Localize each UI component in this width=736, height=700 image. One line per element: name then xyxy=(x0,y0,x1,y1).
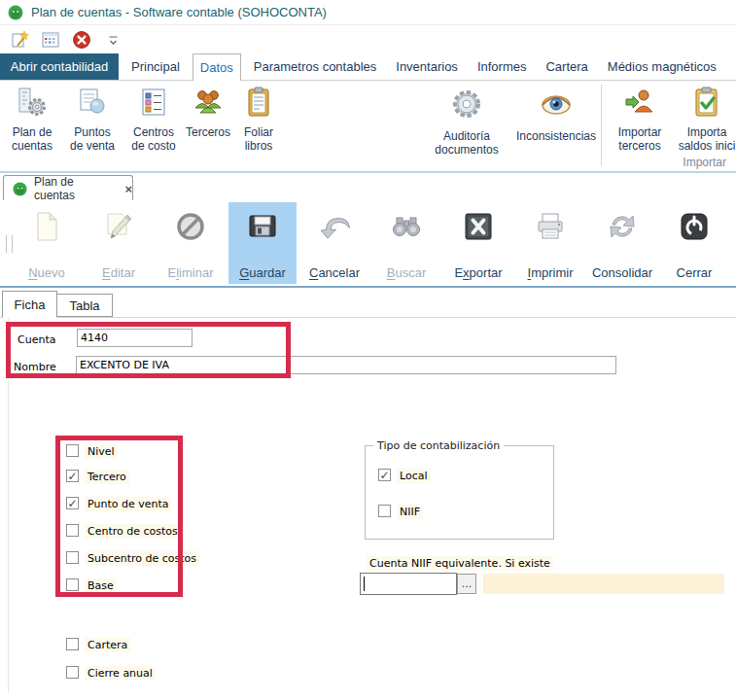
ribbon-button-label: Plan de xyxy=(13,125,53,139)
importar-saldos-icon xyxy=(691,87,722,121)
checkbox-box[interactable]: ✓ xyxy=(66,470,79,482)
puntos-de-venta-icon xyxy=(77,87,108,121)
checkbox-niif[interactable]: NIIF xyxy=(378,505,423,519)
ribbon-tab-parametros[interactable]: Parametros contables xyxy=(247,53,383,80)
ribbon-button-terceros[interactable]: Terceros xyxy=(185,81,231,170)
annotation-rectangle-checkboxes xyxy=(55,436,183,597)
document-tab-icon xyxy=(13,182,27,196)
calendar-icon[interactable] xyxy=(41,30,60,50)
exportar-button[interactable]: Exportar xyxy=(444,202,512,284)
checkbox-cartera[interactable]: Cartera xyxy=(66,638,130,652)
ribbon-button-auditoria-documentos[interactable]: Auditoríadocumentos xyxy=(418,81,515,170)
document-tab-label: Plan de cuentas xyxy=(34,175,116,202)
app-menu-button[interactable]: Abrir contabilidad xyxy=(0,53,119,80)
tipo-de-contabilizacion-groupbox xyxy=(365,445,554,540)
checkbox-box[interactable]: ✓ xyxy=(378,469,391,481)
imprimir-button[interactable]: Imprimir xyxy=(516,202,584,284)
checkbox-centro-de-costos[interactable]: Centro de costos xyxy=(66,524,181,539)
ribbon-button-plan-de-cuentas[interactable]: Plan decuentas xyxy=(4,81,60,170)
ribbon-group-separator xyxy=(601,85,602,166)
excel-icon xyxy=(462,210,495,247)
checkbox-box[interactable] xyxy=(66,578,79,591)
floppy-icon xyxy=(246,210,279,247)
tab-ficha[interactable]: Ficha xyxy=(2,291,57,318)
checkbox-box[interactable] xyxy=(66,666,79,679)
sync-icon xyxy=(606,210,639,247)
checkbox-box[interactable] xyxy=(66,551,79,564)
editar-button[interactable]: Editar xyxy=(85,202,153,284)
tab-tabla[interactable]: Tabla xyxy=(56,294,113,317)
checkbox-box[interactable] xyxy=(66,524,79,537)
ribbon-tab-datos[interactable]: Datos xyxy=(193,53,241,81)
ribbon-tab-cartera[interactable]: Cartera xyxy=(539,53,594,80)
document-tab-plan-de-cuentas[interactable]: Plan de cuentas × xyxy=(3,175,133,201)
checkbox-box[interactable] xyxy=(378,505,391,517)
document-tab-close-icon[interactable]: × xyxy=(124,182,132,196)
buscar-button[interactable]: Buscar xyxy=(372,202,440,284)
consolidar-button[interactable]: Consolidar xyxy=(588,202,656,284)
cerrar-button[interactable]: Cerrar xyxy=(660,202,728,284)
printer-icon xyxy=(534,210,567,247)
lookup-ellipsis-button[interactable]: ... xyxy=(457,574,476,594)
checkbox-punto-de-venta[interactable]: ✓ Punto de venta xyxy=(66,497,171,511)
guardar-button[interactable]: Guardar xyxy=(228,202,297,284)
ribbon-tab-principal[interactable]: Principal xyxy=(124,53,187,80)
record-toolbar: Nuevo Editar Eliminar Guardar Cancelar B… xyxy=(0,200,736,288)
ribbon-tab-informes[interactable]: Informes xyxy=(471,53,534,80)
nuevo-button[interactable]: Nuevo xyxy=(13,202,81,284)
checkbox-local[interactable]: ✓ Local xyxy=(378,469,431,483)
inconsistencias-icon xyxy=(539,87,574,124)
checkbox-base[interactable]: Base xyxy=(66,578,117,593)
ribbon-button-inconsistencias[interactable]: Inconsistencias xyxy=(509,81,603,170)
new-page-icon xyxy=(30,210,63,247)
ribbon-button-centros-de-costo[interactable]: Centrosde costo xyxy=(124,81,183,170)
nombre-label: Nombre xyxy=(14,361,56,373)
undo-arrow-icon xyxy=(318,210,351,247)
cuenta-niif-label: Cuenta NIIF equivalente. Si existe xyxy=(367,556,553,571)
centros-de-costo-icon xyxy=(138,87,169,121)
app-icon xyxy=(8,5,23,20)
checkbox-box[interactable] xyxy=(66,638,79,650)
checkbox-box[interactable] xyxy=(66,444,79,457)
foliar-libros-icon xyxy=(243,87,274,121)
cuenta-field[interactable] xyxy=(77,329,193,347)
cuenta-niif-field[interactable] xyxy=(360,573,457,595)
pencil-icon xyxy=(102,210,135,247)
checkbox-tercero[interactable]: ✓ Tercero xyxy=(66,470,129,484)
terceros-icon xyxy=(193,87,224,121)
checkbox-cierre-anual[interactable]: Cierre anual xyxy=(66,666,156,681)
eliminar-button[interactable]: Eliminar xyxy=(157,202,225,284)
ribbon-tab-inventarios[interactable]: Inventarios xyxy=(389,53,465,80)
ribbon-button-puntos-de-venta[interactable]: Puntosde venta xyxy=(62,81,123,170)
niif-readonly-field xyxy=(483,574,724,594)
wand-icon[interactable] xyxy=(10,30,29,50)
titlebar: Plan de cuentas - Software contable (SOH… xyxy=(0,0,736,25)
document-tab-bar: Plan de cuentas × xyxy=(0,172,736,200)
cuenta-label: Cuenta xyxy=(18,333,55,346)
ribbon-group-label-importar: Importar xyxy=(683,156,726,169)
close-red-icon[interactable] xyxy=(72,30,91,50)
checkbox-nivel[interactable]: Nivel xyxy=(66,444,118,459)
binoculars-icon xyxy=(390,210,423,247)
toolbar-grip-handle[interactable] xyxy=(6,235,13,253)
power-icon xyxy=(678,210,711,247)
checkbox-box[interactable]: ✓ xyxy=(66,497,79,509)
ribbon-tab-medios[interactable]: Médios magnéticos xyxy=(601,53,723,80)
cancelar-button[interactable]: Cancelar xyxy=(300,202,368,284)
ribbon-content: Plan decuentas Puntosde venta Centrosde … xyxy=(0,81,736,172)
text-caret xyxy=(364,577,365,591)
panel-left-border xyxy=(8,318,9,693)
auditoria-documentos-icon xyxy=(449,87,484,124)
importar-terceros-icon xyxy=(624,87,655,121)
panel-top-border xyxy=(0,317,736,318)
quick-access-toolbar xyxy=(0,26,123,53)
no-entry-icon xyxy=(174,210,207,247)
ribbon-tab-row: Abrir contabilidad Principal Datos Param… xyxy=(0,53,736,81)
toolbar-options-icon[interactable] xyxy=(103,30,123,50)
checkbox-subcentro-de-costos[interactable]: Subcentro de costos xyxy=(66,551,199,566)
nombre-field[interactable] xyxy=(76,356,616,374)
ribbon-button-foliar-libros[interactable]: Foliarlibros xyxy=(233,81,284,170)
window-title: Plan de cuentas - Software contable (SOH… xyxy=(31,5,327,19)
tipo-de-contabilizacion-legend: Tipo de contabilización xyxy=(373,439,504,452)
ribbon-button-importar-terceros[interactable]: Importarterceros xyxy=(609,81,671,170)
